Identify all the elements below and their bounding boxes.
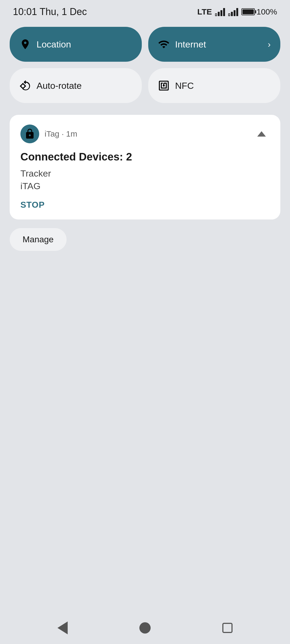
tile-autorotate-label: Auto-rotate: [37, 80, 82, 91]
tile-internet-label: Internet: [175, 39, 206, 50]
status-icons: LTE 100%: [197, 7, 277, 16]
notif-title: Connected Devices: 2: [20, 151, 270, 163]
tile-nfc-label: NFC: [175, 80, 194, 91]
signal-icon: [215, 8, 238, 16]
battery: 100%: [241, 7, 277, 16]
nav-bar: [0, 612, 290, 644]
nav-recent-button[interactable]: [217, 617, 238, 639]
battery-fill: [242, 9, 254, 14]
tile-location[interactable]: Location: [10, 27, 142, 62]
nfc-icon: [158, 80, 170, 92]
tile-autorotate[interactable]: Auto-rotate: [10, 68, 142, 103]
autorotate-icon: [19, 80, 31, 92]
location-icon: [19, 38, 31, 50]
back-icon: [57, 621, 68, 634]
quick-settings: Location Internet › Auto-rotate: [0, 21, 290, 103]
notification-card: iTag · 1m Connected Devices: 2 Tracker i…: [10, 115, 280, 219]
tile-nfc[interactable]: NFC: [148, 68, 280, 103]
battery-icon: [241, 8, 255, 15]
notif-device1: Tracker: [20, 168, 270, 179]
status-time: 10:01 Thu, 1 Dec: [13, 6, 87, 17]
notif-header-left: iTag · 1m: [20, 125, 77, 143]
tile-location-label: Location: [37, 39, 71, 50]
notif-expand-button[interactable]: [253, 126, 270, 142]
notification-section: iTag · 1m Connected Devices: 2 Tracker i…: [0, 109, 290, 219]
manage-button[interactable]: Manage: [10, 228, 67, 251]
battery-percent: 100%: [256, 7, 277, 16]
notif-header: iTag · 1m: [20, 125, 270, 143]
lte-label: LTE: [197, 7, 212, 16]
notif-device2: iTAG: [20, 181, 270, 191]
chevron-up-icon: [257, 131, 266, 137]
qs-row-2: Auto-rotate NFC: [10, 68, 280, 103]
home-icon: [139, 622, 151, 634]
manage-section: Manage: [0, 219, 290, 251]
qs-row-1: Location Internet ›: [10, 27, 280, 62]
internet-icon: [158, 38, 170, 50]
notif-app-name: iTag · 1m: [45, 129, 77, 138]
notif-stop-button[interactable]: STOP: [20, 200, 270, 210]
chevron-right-icon: ›: [268, 39, 271, 49]
nav-back-button[interactable]: [52, 617, 73, 639]
tile-internet[interactable]: Internet ›: [148, 27, 280, 62]
notif-app-icon: [20, 125, 39, 143]
status-bar: 10:01 Thu, 1 Dec LTE 100%: [0, 0, 290, 21]
recent-icon: [222, 623, 233, 633]
nav-home-button[interactable]: [134, 617, 156, 639]
